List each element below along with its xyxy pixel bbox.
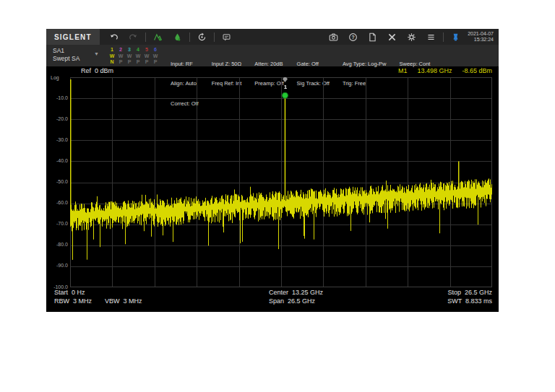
trace-cell: W [108, 53, 116, 60]
settings-bar: SA1 Swept SA 1WN2WP3WP4WP5WP6WP Input: R… [46, 45, 499, 66]
start-freq-label: Start 0 Hz [54, 289, 85, 296]
setting-line: Sweep: Cont [400, 61, 431, 67]
settings-gear-icon[interactable] [402, 29, 421, 45]
trace-col-2[interactable]: 2WP [116, 47, 125, 66]
trace-col-6[interactable]: 6WP [151, 47, 160, 66]
channel-label: SA1 [53, 47, 93, 55]
date-label: 2021-04-07 [468, 31, 494, 38]
stop-freq-label: Stop 26.5 GHz [447, 289, 492, 296]
menu-list-icon[interactable] [421, 29, 441, 45]
spectrum-plot[interactable] [70, 77, 492, 287]
setting-line: Gate: Off [297, 61, 330, 67]
trace-cell: P [125, 59, 134, 66]
vbw-label: VBW 3 MHz [105, 297, 142, 305]
file-icon[interactable] [363, 29, 382, 45]
toolbar-separator [443, 32, 444, 42]
y-tick-label: -70.0 [48, 221, 68, 226]
sweep-time-label: SWT 8.833 ms [447, 297, 492, 305]
svg-text:?: ? [352, 34, 355, 39]
marker-freq: 13.498 GHz [417, 67, 452, 74]
preset-icon[interactable] [192, 29, 212, 45]
scale-type-label: Log [51, 75, 59, 80]
trace-cell: 1 [108, 47, 116, 53]
marker-amp: -8.65 dBm [462, 67, 492, 74]
connectivity-icon[interactable] [446, 29, 465, 45]
y-tick-label: -20.0 [48, 116, 68, 121]
y-tick-label: -100.0 [48, 284, 68, 289]
undo-icon[interactable] [104, 29, 124, 45]
siglent-logo: SIGLENT [46, 29, 100, 45]
marker-readout: M113.498 GHz-8.65 dBm [398, 67, 492, 74]
y-tick-label: -10.0 [48, 95, 68, 100]
trace-table[interactable]: 1WN2WP3WP4WP5WP6WP [96, 45, 164, 66]
marker-function-icon[interactable] [168, 29, 187, 45]
redo-icon[interactable] [124, 29, 143, 45]
trace-cell: P [134, 59, 142, 66]
trace-cell: N [108, 59, 116, 66]
plot-area [70, 77, 492, 287]
center-freq-label: Center 13.25 GHz [269, 289, 323, 296]
trace-cell: W [134, 53, 142, 60]
trace-col-3[interactable]: 3WP [125, 47, 134, 66]
settings-sweep[interactable]: Sweep: Cont [393, 45, 437, 80]
y-tick-label: -30.0 [48, 137, 68, 142]
trace-cell: P [151, 59, 160, 66]
toolbar-separator [145, 32, 146, 42]
analyzer-screen: SIGLENT ? [46, 29, 499, 312]
top-toolbar: SIGLENT ? [46, 29, 499, 45]
trace-cell: 2 [116, 47, 125, 53]
peak-search-icon[interactable] [148, 29, 168, 45]
trace-cell: 6 [151, 47, 160, 53]
trace-cell: 5 [142, 47, 151, 53]
trace-cell: 4 [134, 47, 142, 53]
time-label: 15:32:24 [468, 37, 494, 43]
toolbar-separator [189, 32, 190, 42]
y-tick-label: -40.0 [48, 158, 68, 163]
span-label: Span 26.5 GHz [269, 297, 315, 305]
y-tick-label: -90.0 [48, 263, 68, 268]
trace-cell: P [116, 59, 125, 66]
setting-line: Input Z: 50Ω [212, 61, 242, 67]
datetime-display: 2021-04-07 15:32:24 [465, 31, 499, 43]
trace-cell: W [125, 53, 134, 60]
y-tick-label: -60.0 [48, 200, 68, 205]
setting-line: Input: RF [171, 61, 199, 67]
ref-level-label: Ref 0 dBm [81, 67, 113, 74]
trace-cell: W [151, 53, 160, 60]
marker-name: M1 [398, 67, 408, 74]
trace-col-5[interactable]: 5WP [142, 47, 151, 66]
toolbar-separator [214, 32, 215, 42]
message-icon[interactable] [217, 29, 236, 45]
trace-col-4[interactable]: 4WP [134, 47, 142, 66]
bandwidth-labels: RBW 3 MHzVBW 3 MHz [54, 297, 155, 305]
sweep-mode-label: Swept SA [53, 55, 93, 63]
y-tick-label: -50.0 [48, 179, 68, 184]
chevron-down-icon[interactable]: ▼ [94, 51, 99, 56]
trace-col-1[interactable]: 1WN [108, 47, 116, 66]
trace-cell: W [142, 53, 151, 60]
trace-cell: W [116, 53, 125, 60]
y-tick-label: -80.0 [48, 242, 68, 247]
tools-icon[interactable] [382, 29, 402, 45]
mode-selector[interactable]: SA1 Swept SA [46, 45, 96, 63]
trace-cell: 3 [125, 47, 134, 53]
rbw-label: RBW 3 MHz [54, 297, 92, 305]
screenshot-icon[interactable] [324, 29, 343, 45]
setting-line: Atten: 20dB [254, 61, 283, 67]
setting-line: Avg Type: Log-Pw [343, 61, 387, 67]
help-icon[interactable]: ? [343, 29, 363, 45]
trace-cell: P [142, 59, 151, 66]
